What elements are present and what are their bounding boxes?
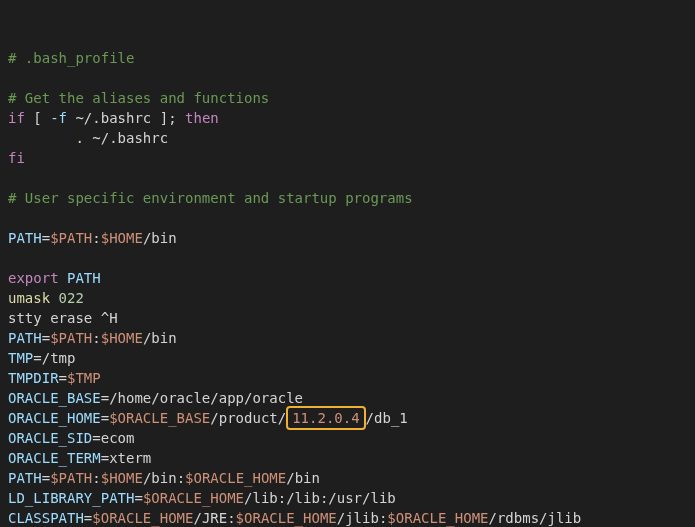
equals: = [59,370,67,386]
value: xterm [109,450,151,466]
bracket: [ [25,110,50,126]
path: /db_1 [366,410,408,426]
colon: : [92,470,100,486]
var-tmp: TMP [8,350,33,366]
var-oracle-term: ORACLE_TERM [8,450,101,466]
expand-home: $HOME [101,470,143,486]
var-path: PATH [67,270,101,286]
oracle-version: 11.2.0.4 [292,410,359,426]
expand-path: $PATH [50,230,92,246]
colon: : [177,470,185,486]
path: /home/oracle/app/oracle [109,390,303,406]
flag: -f [50,110,67,126]
path: /JRE: [193,510,235,526]
expand-oracle-home: $ORACLE_HOME [143,490,244,506]
comment: # Get the aliases and functions [8,90,269,106]
comment: # .bash_profile [8,50,134,66]
path: /lib:/lib:/usr/lib [244,490,396,506]
path: /rdbms/jlib [489,510,582,526]
var-tmpdir: TMPDIR [8,370,59,386]
path: /product/ [210,410,286,426]
path: /bin [143,330,177,346]
colon: : [92,330,100,346]
equals: = [42,470,50,486]
expand-path: $PATH [50,330,92,346]
equals: = [101,410,109,426]
var-path: PATH [8,230,42,246]
bracket: ]; [160,110,185,126]
stty-line: stty erase ^H [8,310,118,326]
var-oracle-home: ORACLE_HOME [8,410,101,426]
path: /tmp [42,350,76,366]
var-path: PATH [8,470,42,486]
expand-home: $HOME [101,330,143,346]
equals: = [101,450,109,466]
var-oracle-base: ORACLE_BASE [8,390,101,406]
keyword-export: export [8,270,59,286]
expand-oracle-home: $ORACLE_HOME [387,510,488,526]
keyword-if: if [8,110,25,126]
path: ~/.bashrc [67,110,160,126]
comment: # User specific environment and startup … [8,190,413,206]
number: 022 [50,290,84,306]
code-viewer: # .bash_profile # Get the aliases and fu… [8,48,687,527]
colon: : [92,230,100,246]
keyword-fi: fi [8,150,25,166]
var-ldlibpath: LD_LIBRARY_PATH [8,490,134,506]
expand-oracle-home: $ORACLE_HOME [185,470,286,486]
path: ~/.bashrc [84,130,168,146]
expand-path: $PATH [50,470,92,486]
space [59,270,67,286]
path: /bin [143,230,177,246]
expand-oracle-home: $ORACLE_HOME [236,510,337,526]
value: ecom [101,430,135,446]
var-path: PATH [8,330,42,346]
keyword-then: then [185,110,219,126]
path: /jlib: [337,510,388,526]
expand-oracle-home: $ORACLE_HOME [92,510,193,526]
expand-oracle-base: $ORACLE_BASE [109,410,210,426]
expand-tmp: $TMP [67,370,101,386]
highlight-box: 11.2.0.4 [286,406,365,430]
var-oracle-sid: ORACLE_SID [8,430,92,446]
fn-umask: umask [8,290,50,306]
equals: = [101,390,109,406]
equals: = [92,430,100,446]
path: /bin [286,470,320,486]
equals: = [134,490,142,506]
path: /bin [143,470,177,486]
equals: = [42,330,50,346]
expand-home: $HOME [101,230,143,246]
equals: = [42,230,50,246]
equals: = [33,350,41,366]
source-dot: . [8,130,84,146]
var-classpath: CLASSPATH [8,510,84,526]
